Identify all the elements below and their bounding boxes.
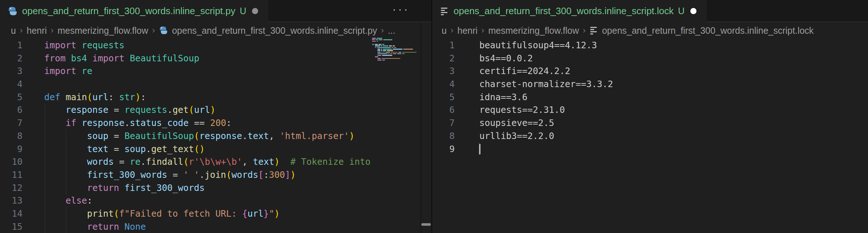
minimap-token <box>372 44 374 45</box>
minimap-token <box>391 52 398 53</box>
line-number: 14 <box>0 207 22 220</box>
line-number: 13 <box>0 194 22 207</box>
code-text: soupsieve==2.5 <box>479 116 554 130</box>
code-line[interactable]: 2from bs4 import BeautifulSoup <box>0 52 372 65</box>
breadcrumb: u›henri›mesmerizing_flow.flow›opens_and_… <box>432 22 868 39</box>
minimap-line <box>371 45 421 46</box>
minimap-token <box>394 47 396 48</box>
code-line[interactable]: 9 text = soup.get_text() <box>0 143 372 156</box>
breadcrumb-item-file[interactable]: opens_and_return_first_300_words.inline_… <box>159 25 377 36</box>
modified-dot-icon[interactable] <box>690 8 697 14</box>
chevron-right-icon: › <box>579 25 590 36</box>
code-text: if response.status_code == 200: <box>44 116 231 130</box>
minimap-token <box>377 49 380 50</box>
breadcrumb-item[interactable]: mesmerizing_flow.flow <box>488 25 579 36</box>
minimap-token <box>379 39 383 40</box>
minimap-token <box>375 47 376 48</box>
minimap-token <box>375 45 380 46</box>
code-line[interactable]: 8 soup = BeautifulSoup(response.text, 'h… <box>0 130 372 143</box>
line-number: 15 <box>0 220 22 233</box>
line-number: 5 <box>432 91 455 104</box>
code-line[interactable]: 7 if response.status_code == 200: <box>0 116 372 130</box>
code-text: urllib3==2.2.0 <box>479 130 554 143</box>
more-actions-icon[interactable]: ··· <box>392 3 410 15</box>
code-text: return None <box>44 220 146 233</box>
tab-strip-empty <box>706 0 868 22</box>
code-text: charset-normalizer==3.3.2 <box>479 78 613 91</box>
lock-file-icon <box>440 7 449 16</box>
minimap-token <box>392 47 393 48</box>
breadcrumb-item[interactable]: henri <box>458 25 478 36</box>
code-text: soup = BeautifulSoup(response.text, 'htm… <box>44 130 355 143</box>
minimap-token <box>381 49 382 50</box>
minimap-line <box>371 38 421 39</box>
code-line[interactable]: 5def main(url: str): <box>0 91 372 104</box>
minimap-edge-divider <box>421 22 421 233</box>
tab-filename: opens_and_return_first_300_words.inline_… <box>22 5 235 17</box>
breadcrumb-item[interactable]: u <box>11 25 16 36</box>
code-line[interactable]: 12 return first_300_words <box>0 181 372 195</box>
minimap-line <box>371 52 421 53</box>
code-text: return first_300_words <box>44 181 205 195</box>
scrollbar-thumb[interactable] <box>421 223 431 226</box>
minimap-token <box>383 49 392 50</box>
minimap-token <box>377 52 381 53</box>
minimap-line <box>371 60 421 61</box>
tab-python-file[interactable]: opens_and_return_first_300_words.inline_… <box>0 0 268 22</box>
line-number: 12 <box>0 181 22 195</box>
line-number: 11 <box>0 168 22 181</box>
breadcrumb-filename: opens_and_return_first_300_words.inline_… <box>602 25 814 36</box>
code-text: import requests <box>44 39 124 52</box>
code-line[interactable]: 10 words = re.findall(r'\b\w+\b', text) … <box>0 155 372 168</box>
minimap-token <box>385 52 390 53</box>
minimap-token <box>372 39 375 40</box>
chevron-right-icon: › <box>47 25 58 36</box>
tab-lock-file[interactable]: opens_and_return_first_300_words.inline_… <box>432 0 706 22</box>
code-text: requests==2.31.0 <box>479 103 565 116</box>
code-text: words = re.findall(r'\b\w+\b', text) # T… <box>44 155 372 168</box>
line-number: 2 <box>0 52 22 65</box>
code-line[interactable]: 15 return None <box>0 220 372 233</box>
code-text: beautifulsoup4==4.12.3 <box>479 39 597 52</box>
minimap-token <box>381 52 383 53</box>
line-number: 7 <box>432 116 455 130</box>
minimap[interactable] <box>371 38 421 67</box>
line-number: 5 <box>0 91 22 104</box>
breadcrumb-item[interactable]: u <box>442 25 447 36</box>
code-text: bs4==0.0.2 <box>479 52 533 65</box>
tab-bar: opens_and_return_first_300_words.inline_… <box>432 0 868 22</box>
minimap-token <box>381 58 400 59</box>
line-number: 8 <box>0 130 22 143</box>
code-line[interactable]: 11 first_300_words = ' '.join(words[:300… <box>0 168 372 181</box>
python-file-icon <box>159 26 168 35</box>
editor-pane-python: opens_and_return_first_300_words.inline_… <box>0 0 431 233</box>
minimap-token <box>397 53 401 54</box>
line-number: 1 <box>432 39 455 52</box>
minimap-line <box>371 39 421 40</box>
chevron-right-icon: › <box>148 25 159 36</box>
code-line[interactable]: 1import requests <box>0 39 372 52</box>
minimap-token <box>403 49 413 50</box>
minimap-token <box>377 50 380 51</box>
minimap-token <box>381 50 382 51</box>
breadcrumb-item[interactable]: mesmerizing_flow.flow <box>58 25 148 36</box>
code-line[interactable]: 4 <box>0 78 372 91</box>
breadcrumb-item-file[interactable]: opens_and_return_first_300_words.inline_… <box>590 25 814 36</box>
code-line[interactable]: 3import re <box>0 65 372 78</box>
chevron-right-icon: › <box>377 25 388 36</box>
code-line[interactable]: 13 else: <box>0 194 372 207</box>
tab-strip-empty: ··· <box>268 0 431 22</box>
modified-dot-icon[interactable] <box>252 8 258 14</box>
line-number: 10 <box>0 155 22 168</box>
code-line[interactable]: 6 response = requests.get(url) <box>0 103 372 116</box>
code-line[interactable]: 14 print(f"Failed to fetch URL: {url}") <box>0 207 372 220</box>
breadcrumb-overflow[interactable]: ... <box>388 25 396 36</box>
minimap-token <box>383 50 386 51</box>
lock-file-icon <box>590 26 598 35</box>
line-number: 3 <box>0 65 22 78</box>
code-text: import re <box>44 65 92 78</box>
line-number: 7 <box>0 116 22 130</box>
breadcrumb-item[interactable]: henri <box>27 25 47 36</box>
code-editor[interactable]: 1import requests2from bs4 import Beautif… <box>0 39 372 233</box>
minimap-token <box>382 55 392 56</box>
